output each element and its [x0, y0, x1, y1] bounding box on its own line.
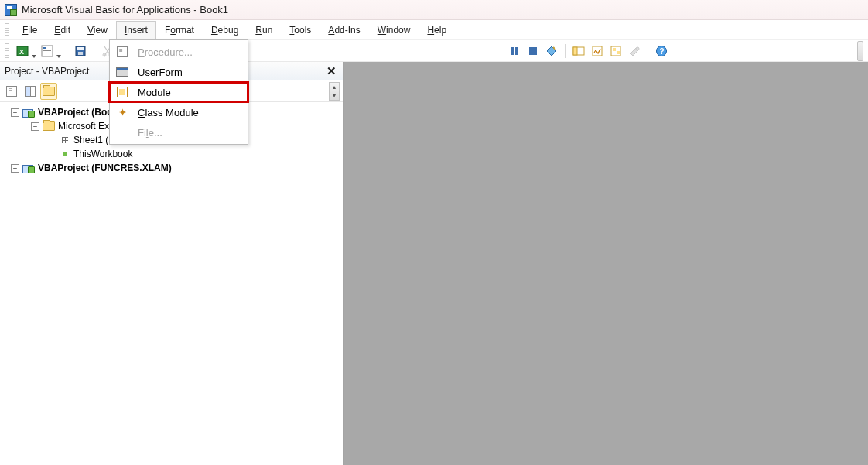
svg-rect-4 — [43, 50, 51, 51]
svg-rect-7 — [77, 47, 84, 50]
toolbar-grip[interactable] — [5, 43, 9, 59]
file-icon — [114, 125, 130, 139]
toolbar-separator — [94, 44, 94, 58]
properties-icon — [591, 45, 603, 57]
design-mode-icon — [545, 45, 558, 57]
tree-node-thisworkbook[interactable]: ThisWorkbook — [2, 147, 341, 161]
svg-rect-16 — [593, 46, 602, 56]
svg-rect-5 — [43, 53, 51, 53]
folder-icon — [43, 87, 55, 96]
svg-rect-8 — [78, 52, 83, 55]
mdi-client-area[interactable] — [344, 62, 868, 465]
title-bar: Microsoft Visual Basic for Applications … — [0, 0, 868, 20]
menu-run[interactable]: Run — [247, 21, 281, 39]
insert-object-icon — [41, 45, 53, 57]
save-button[interactable] — [72, 43, 89, 60]
project-explorer-button[interactable] — [570, 43, 587, 60]
insert-object-button[interactable] — [39, 43, 62, 60]
menu-window[interactable]: Window — [369, 21, 419, 39]
svg-text:X: X — [19, 48, 24, 56]
tree-label: VBAProject (FUNCRES.XLAM) — [38, 161, 172, 175]
insert-menu-userform[interactable]: UserForm — [110, 62, 248, 82]
toolbar-separator — [565, 44, 566, 58]
object-browser-button[interactable] — [607, 43, 624, 60]
design-mode-button[interactable] — [543, 43, 560, 60]
svg-rect-15 — [573, 47, 577, 55]
menu-bar: File Edit View Insert Format Debug Run T… — [0, 20, 868, 40]
project-explorer-icon — [572, 45, 585, 57]
menu-debug[interactable]: Debug — [203, 21, 247, 39]
tree-node-vbaproject-funcres[interactable]: + VBAProject (FUNCRES.XLAM) — [2, 161, 341, 175]
svg-point-20 — [636, 47, 639, 50]
vba-app-icon — [5, 4, 17, 16]
insert-dropdown-menu: Procedure... UserForm Module ✦ Class Mod… — [109, 39, 248, 145]
reset-button[interactable] — [525, 43, 542, 60]
menu-help[interactable]: Help — [419, 21, 455, 39]
toolbar-separator — [648, 44, 648, 58]
panel-toolbar-overflow[interactable]: ▴▾ — [329, 82, 340, 101]
insert-menu-classmodule-label: Class Module — [138, 107, 238, 118]
menu-tools[interactable]: Tools — [281, 21, 320, 39]
save-icon — [74, 45, 87, 57]
menubar-grip[interactable] — [5, 23, 9, 37]
insert-menu-procedure[interactable]: Procedure... — [110, 42, 248, 62]
view-code-button[interactable] — [3, 83, 20, 100]
collapse-icon[interactable]: − — [31, 122, 39, 131]
help-icon: ? — [655, 45, 668, 57]
stop-icon — [527, 45, 539, 57]
menu-format[interactable]: Format — [156, 21, 203, 39]
help-button[interactable]: ? — [653, 43, 670, 60]
view-code-icon — [6, 86, 17, 97]
excel-icon: X — [16, 45, 29, 57]
tree-label: ThisWorkbook — [73, 147, 132, 161]
toggle-folders-button[interactable] — [40, 83, 57, 100]
expand-icon[interactable]: + — [11, 164, 19, 173]
break-button[interactable] — [506, 43, 523, 60]
procedure-icon — [114, 45, 130, 59]
insert-menu-procedure-label: Procedure... — [138, 46, 238, 58]
svg-text:?: ? — [660, 47, 665, 56]
svg-rect-12 — [515, 47, 518, 55]
workbook-icon — [60, 149, 70, 159]
view-excel-button[interactable]: X — [14, 43, 37, 60]
toolbar-separator — [67, 44, 67, 58]
worksheet-icon — [60, 135, 70, 145]
pause-icon — [508, 45, 521, 57]
project-icon — [22, 107, 35, 118]
object-browser-icon — [610, 45, 622, 57]
svg-rect-11 — [511, 47, 514, 55]
svg-rect-3 — [43, 47, 46, 49]
toolbar-overflow[interactable] — [857, 41, 863, 61]
collapse-icon[interactable]: − — [11, 108, 19, 117]
module-icon — [114, 85, 130, 99]
menu-addins[interactable]: Add-Ins — [320, 21, 368, 39]
insert-menu-module-label: Module — [138, 87, 238, 98]
toolbox-button[interactable] — [626, 43, 643, 60]
insert-menu-file[interactable]: File... — [110, 122, 248, 142]
menu-file[interactable]: File — [14, 21, 46, 39]
toolbox-icon — [628, 45, 641, 57]
view-object-icon — [25, 86, 36, 97]
properties-window-button[interactable] — [589, 43, 606, 60]
project-explorer-title: Project - VBAProject — [5, 66, 89, 77]
userform-icon — [114, 65, 130, 79]
class-module-icon: ✦ — [114, 105, 130, 119]
menu-insert[interactable]: Insert — [116, 21, 156, 39]
svg-rect-13 — [529, 47, 537, 55]
svg-rect-18 — [613, 48, 616, 51]
project-icon — [22, 162, 35, 173]
insert-menu-classmodule[interactable]: ✦ Class Module — [110, 102, 248, 122]
svg-rect-19 — [617, 51, 620, 54]
insert-menu-userform-label: UserForm — [138, 67, 238, 78]
insert-menu-module[interactable]: Module — [110, 82, 248, 102]
menu-view[interactable]: View — [79, 21, 116, 39]
project-explorer-close-button[interactable]: ✕ — [324, 64, 338, 78]
window-title: Microsoft Visual Basic for Applications … — [22, 4, 228, 15]
folder-icon — [43, 121, 55, 131]
menu-edit[interactable]: Edit — [46, 21, 79, 39]
insert-menu-file-label: File... — [138, 127, 238, 138]
view-object-button[interactable] — [22, 83, 39, 100]
